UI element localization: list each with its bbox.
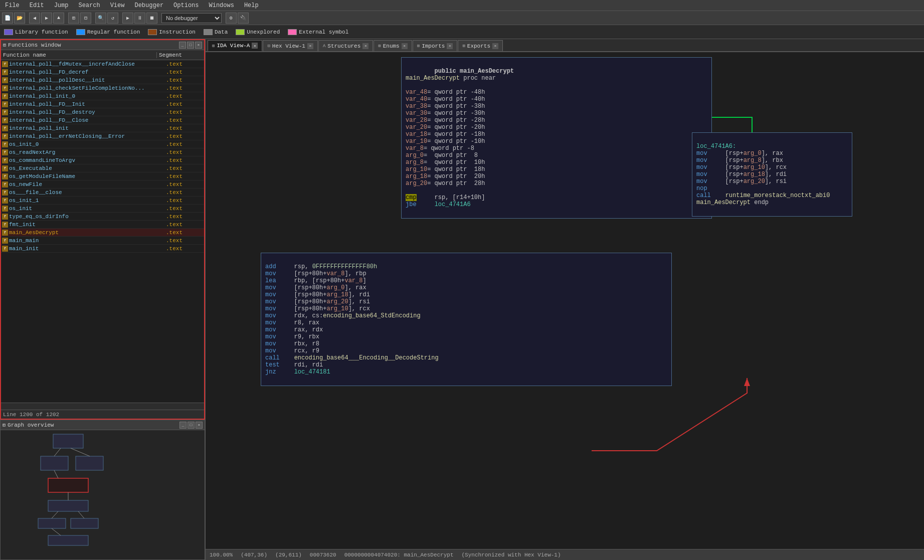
func-list-item[interactable]: finternal_poll_checkSetFileCompletionNo.… xyxy=(1,84,204,92)
func-list-item[interactable]: fmain_init.text xyxy=(1,245,204,253)
func-seg-text: .text xyxy=(164,246,204,252)
func-seg-text: .text xyxy=(164,238,204,244)
func-list-item[interactable]: fos_init_1.text xyxy=(1,197,204,205)
func-list-item[interactable]: fmain_AesDecrypt.text xyxy=(1,229,204,237)
graph-maximize[interactable]: □ xyxy=(188,422,195,429)
tab-enums[interactable]: ⊞ Enums × xyxy=(374,40,412,51)
func-seg-text: .text xyxy=(164,149,204,155)
graph-overview-title: ⊞ Graph overview xyxy=(3,422,54,428)
func-seg-text: .text xyxy=(164,93,204,99)
toolbar-forward[interactable]: ▶ xyxy=(41,13,52,24)
menu-search[interactable]: Search xyxy=(75,1,103,10)
svg-rect-13 xyxy=(48,535,88,545)
toolbar-open[interactable]: 📂 xyxy=(14,13,25,24)
graph-overview-titlebar: ⊞ Graph overview _ □ × xyxy=(1,420,205,430)
func-seg-text: .text xyxy=(164,141,204,147)
func-list-item[interactable]: finternal_poll__pollDesc__init.text xyxy=(1,76,204,84)
svg-line-3 xyxy=(54,448,61,456)
menu-options[interactable]: Options xyxy=(170,1,202,10)
func-list-item[interactable]: fos___file__close.text xyxy=(1,189,204,197)
func-list-item[interactable]: fos_readNextArg.text xyxy=(1,148,204,156)
func-icon: f xyxy=(2,109,8,115)
tab-enums-close[interactable]: × xyxy=(402,43,408,49)
func-list-item[interactable]: finternal_poll__errNetClosing__Error.tex… xyxy=(1,132,204,140)
toolbar-play[interactable]: ▶ xyxy=(122,13,133,24)
tab-imports-close[interactable]: × xyxy=(447,43,453,49)
func-list-item[interactable]: finternal_poll__fdMutex__increfAndClose.… xyxy=(1,60,204,68)
func-list-item[interactable]: finternal_poll__FD_decref.text xyxy=(1,68,204,76)
window-close[interactable]: × xyxy=(195,42,202,49)
func-list-item[interactable]: finternal_poll_init.text xyxy=(1,124,204,132)
func-icon: f xyxy=(2,214,8,220)
func-list-item[interactable]: fos_init.text xyxy=(1,205,204,213)
func-name-text: os_Executable xyxy=(9,165,164,171)
tab-exports[interactable]: ⊞ Exports × xyxy=(458,40,503,51)
window-minimize[interactable]: _ xyxy=(179,42,186,49)
func-list-item[interactable]: finternal_poll__FD__destroy.text xyxy=(1,108,204,116)
func-name-text: main_AesDecrypt xyxy=(9,230,164,236)
code-view[interactable]: public main_AesDecrypt main_AesDecrypt p… xyxy=(206,52,924,549)
window-maximize[interactable]: □ xyxy=(187,42,194,49)
toolbar-back[interactable]: ◀ xyxy=(29,13,40,24)
legend-data-color xyxy=(204,29,213,35)
toolbar-plugin[interactable]: 🔌 xyxy=(238,13,249,24)
func-icon: f xyxy=(2,133,8,139)
func-list[interactable]: finternal_poll__fdMutex__increfAndClose.… xyxy=(1,60,204,403)
right-code-block: loc_4741A6: mov [rsp+arg_0], rax mov [rs… xyxy=(692,132,852,217)
func-list-item[interactable]: fos_Executable.text xyxy=(1,164,204,172)
func-list-item[interactable]: finternal_poll__FD__Init.text xyxy=(1,100,204,108)
func-list-item[interactable]: fos_init_0.text xyxy=(1,140,204,148)
menu-debugger[interactable]: Debugger xyxy=(131,1,166,10)
toolbar-up[interactable]: ▲ xyxy=(53,13,64,24)
menu-file[interactable]: File xyxy=(2,1,23,10)
legend-library-color xyxy=(4,29,13,35)
graph-minimize[interactable]: _ xyxy=(179,422,187,429)
toolbar: 📄 📂 ◀ ▶ ▲ ⊞ ⊟ 🔍 ↺ ▶ ⏸ ⏹ No debugger GDB … xyxy=(0,11,924,25)
graph-close[interactable]: × xyxy=(196,422,203,429)
graph-overview-title-text: Graph overview xyxy=(8,422,54,428)
toolbar-search[interactable]: 🔍 xyxy=(95,13,106,24)
func-list-item[interactable]: finternal_poll__FD__Close.text xyxy=(1,116,204,124)
tab-exports-close[interactable]: × xyxy=(492,43,498,49)
toolbar-pause[interactable]: ⏸ xyxy=(134,13,145,24)
tab-structures-close[interactable]: × xyxy=(362,43,368,49)
graph-canvas[interactable] xyxy=(1,430,205,559)
menu-edit[interactable]: Edit xyxy=(27,1,47,10)
func-name-text: internal_poll__fdMutex__increfAndClose xyxy=(9,61,164,67)
legend-unexplored-color xyxy=(236,29,245,35)
menu-help[interactable]: Help xyxy=(241,1,262,10)
graph-overview-controls: _ □ × xyxy=(179,422,203,429)
tab-ida-view[interactable]: ⊞ IDA View-A × xyxy=(208,40,262,51)
status-addr: 00073620 xyxy=(310,552,336,558)
menu-jump[interactable]: Jump xyxy=(51,1,72,10)
toolbar-copy[interactable]: ⊞ xyxy=(68,13,79,24)
tab-imports[interactable]: ⊞ Imports × xyxy=(413,40,458,51)
toolbar-paste[interactable]: ⊟ xyxy=(80,13,91,24)
func-scrollbar-x[interactable] xyxy=(1,403,204,410)
svg-line-12 xyxy=(78,511,84,518)
func-icon: f xyxy=(2,198,8,204)
func-list-item[interactable]: ffmt_init.text xyxy=(1,221,204,229)
func-list-item[interactable]: fos_getModuleFileName.text xyxy=(1,172,204,180)
tab-exports-label: Exports xyxy=(467,43,490,49)
func-icon: f xyxy=(2,141,8,147)
func-list-item[interactable]: fmain_main.text xyxy=(1,237,204,245)
toolbar-settings[interactable]: ⚙ xyxy=(226,13,237,24)
tab-ida-view-close[interactable]: × xyxy=(252,43,258,49)
toolbar-stop[interactable]: ⏹ xyxy=(146,13,157,24)
toolbar-refresh[interactable]: ↺ xyxy=(107,13,118,24)
legend-library-label: Library function xyxy=(15,29,68,35)
func-list-item[interactable]: finternal_poll_init_0.text xyxy=(1,92,204,100)
debugger-select[interactable]: No debugger GDB WinDbg xyxy=(161,13,222,23)
func-list-item[interactable]: fos_newFile.text xyxy=(1,180,204,189)
func-seg-text: .text xyxy=(164,181,204,188)
func-list-item[interactable]: ftype_eq_os_dirInfo.text xyxy=(1,213,204,221)
menu-view[interactable]: View xyxy=(107,1,128,10)
tab-hex-view-close[interactable]: × xyxy=(307,43,313,49)
tab-structures[interactable]: A Structures × xyxy=(318,40,373,51)
menu-windows[interactable]: Windows xyxy=(206,1,237,10)
legend-data: Data xyxy=(204,29,228,35)
func-list-item[interactable]: fos_commandLineToArgv.text xyxy=(1,156,204,164)
toolbar-new[interactable]: 📄 xyxy=(2,13,13,24)
tab-hex-view[interactable]: ⊟ Hex View-1 × xyxy=(263,40,317,51)
